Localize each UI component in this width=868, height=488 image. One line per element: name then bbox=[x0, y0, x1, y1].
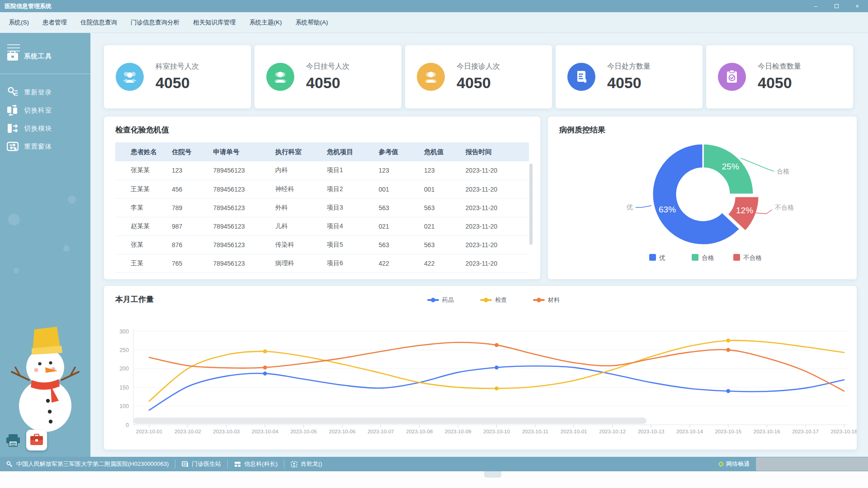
menu-item-1[interactable]: 系统(S) bbox=[2, 12, 36, 33]
menu-item-7[interactable]: 系统帮助(A) bbox=[289, 12, 335, 33]
reset-window-icon bbox=[7, 141, 19, 152]
table-cell: 422 bbox=[421, 254, 463, 272]
x-axis-tick-label: 2023-10-03 bbox=[213, 429, 240, 434]
close-icon[interactable]: × bbox=[853, 0, 862, 12]
maximize-icon[interactable] bbox=[832, 0, 841, 12]
table-cell: 张某 bbox=[115, 235, 169, 254]
toolbox-button[interactable] bbox=[26, 430, 47, 450]
data-point-药品[interactable] bbox=[263, 371, 267, 375]
table-cell: 2023-11-20 bbox=[463, 217, 529, 235]
prescription-icon bbox=[567, 63, 595, 91]
x-axis-tick-label: 2023-10-10 bbox=[483, 429, 510, 434]
bottom-strip bbox=[0, 471, 868, 488]
stat-card-text: 今日接诊人次4050 bbox=[457, 62, 500, 92]
statusbar-item-4[interactable]: 肖乾龙() bbox=[284, 457, 329, 471]
donut-legend-swatch[interactable] bbox=[733, 254, 740, 261]
table-row[interactable]: 张某876789456123传染科项目55635632023-11-20 bbox=[115, 235, 529, 254]
sidebar-item-2[interactable]: 重新登录 bbox=[0, 83, 90, 101]
statusbar-item-label: 门诊医生站 bbox=[192, 460, 221, 468]
bottom-tab-handle[interactable] bbox=[484, 471, 501, 478]
menu-item-4[interactable]: 门诊信息查询分析 bbox=[124, 12, 186, 33]
menu-item-2[interactable]: 患者管理 bbox=[36, 12, 74, 33]
snowman-illustration bbox=[0, 304, 90, 440]
table-cell: 项目1 bbox=[324, 161, 376, 180]
statusbar-item-label: 中国人民解放军第三军医大学第二附属医院(H0230000063) bbox=[16, 460, 169, 468]
switch-department-icon bbox=[7, 105, 19, 116]
table-row[interactable]: 赵某某987789456123儿科项目40210212023-11-20 bbox=[115, 217, 529, 235]
sidebar-item-label: 切换科室 bbox=[24, 106, 52, 115]
data-point-药品[interactable] bbox=[495, 366, 499, 370]
table-row[interactable]: 王某765789456123病理科项目64224222023-11-20 bbox=[115, 254, 529, 272]
x-axis-tick-label: 2023-10-16 bbox=[754, 429, 780, 434]
table-cell: 789456123 bbox=[210, 217, 272, 235]
stat-card-value: 4050 bbox=[457, 74, 500, 92]
crisis-table-header: 危机值 bbox=[421, 142, 463, 161]
crisis-table: 患者姓名住院号申请单号执行科室危机项目参考值危机值报告时间 张某某1237894… bbox=[115, 142, 529, 273]
table-cell: 456 bbox=[169, 180, 211, 198]
monthly-workload-panel: 本月工作量 药品检查材料 30025020015010002023-10-012… bbox=[104, 286, 857, 450]
x-axis-tick-label: 2023-10-18 bbox=[831, 429, 857, 434]
crisis-table-header: 申请单号 bbox=[210, 142, 272, 161]
table-row[interactable]: 张某某123789456123内科项目11231232023-11-20 bbox=[115, 161, 529, 180]
briefcase-icon bbox=[7, 51, 19, 61]
slice-pct-label: 25% bbox=[722, 162, 739, 171]
table-cell: 病理科 bbox=[273, 254, 324, 272]
data-point-材料[interactable] bbox=[495, 343, 499, 347]
crisis-table-header: 参考值 bbox=[376, 142, 421, 161]
statusbar: 中国人民解放军第三军医大学第二附属医院(H0230000063)门诊医生站信息科… bbox=[0, 457, 868, 471]
x-axis-tick-label: 2023-10-05 bbox=[290, 429, 317, 434]
data-point-检查[interactable] bbox=[726, 338, 730, 343]
menu-item-5[interactable]: 相关知识库管理 bbox=[186, 12, 243, 33]
table-cell: 422 bbox=[376, 254, 421, 272]
stat-card-label: 今日挂号人次 bbox=[306, 62, 349, 71]
sidebar-item-3[interactable]: 切换科室 bbox=[0, 101, 90, 119]
table-cell: 987 bbox=[169, 217, 211, 235]
y-axis-tick-label: 200 bbox=[119, 366, 129, 372]
menu-item-6[interactable]: 系统主题(K) bbox=[243, 12, 289, 33]
table-scrollbar[interactable] bbox=[529, 164, 533, 245]
x-axis-tick-label: 2023-10-02 bbox=[175, 429, 201, 434]
stat-card-text: 今日处方数量4050 bbox=[607, 62, 651, 92]
table-cell: 789 bbox=[169, 198, 211, 217]
window-controls: – × bbox=[811, 0, 865, 12]
statusbar-item-1[interactable]: 中国人民解放军第三军医大学第二附属医院(H0230000063) bbox=[0, 457, 175, 471]
stat-card-label: 今日处方数量 bbox=[607, 62, 651, 71]
data-point-检查[interactable] bbox=[263, 349, 267, 353]
data-point-检查[interactable] bbox=[495, 386, 499, 390]
sidebar-item-label: 重新登录 bbox=[24, 88, 52, 97]
menu-item-3[interactable]: 住院信息查询 bbox=[74, 12, 124, 33]
x-axis-tick-label: 2023-10-12 bbox=[599, 429, 626, 434]
table-row[interactable]: 李某789789456123外科项目35635632023-11-20 bbox=[115, 198, 529, 217]
sidebar-item-1[interactable]: 系统工具 bbox=[0, 47, 90, 65]
table-cell: 789456123 bbox=[210, 180, 272, 198]
notification-tray[interactable] bbox=[756, 457, 868, 471]
table-cell: 项目5 bbox=[324, 235, 376, 254]
menubar: 系统(S)患者管理住院信息查询门诊信息查询分析相关知识库管理系统主题(K)系统帮… bbox=[0, 12, 868, 33]
x-axis-tick-label: 2023-10-11 bbox=[522, 429, 548, 434]
statusbar-item-3[interactable]: 信息科(科长) bbox=[228, 457, 284, 471]
slice-pct-label: 12% bbox=[736, 206, 753, 215]
table-cell: 789456123 bbox=[210, 235, 272, 254]
table-cell: 2023-11-20 bbox=[463, 198, 529, 217]
donut-legend-label[interactable]: 不合格 bbox=[743, 254, 762, 261]
table-cell: 项目2 bbox=[324, 180, 376, 198]
minimize-icon[interactable]: – bbox=[811, 0, 820, 12]
printer-icon[interactable] bbox=[5, 433, 21, 448]
sidebar-item-4[interactable]: 切换模块 bbox=[0, 119, 90, 137]
quality-control-panel: 病例质控结果 25%合格12%不合格63%优优合格不合格 bbox=[548, 117, 857, 279]
table-cell: 王某某 bbox=[115, 180, 169, 198]
donut-legend-swatch[interactable] bbox=[692, 254, 698, 261]
table-cell: 2023-11-20 bbox=[463, 235, 529, 254]
donut-legend-label[interactable]: 合格 bbox=[702, 254, 714, 261]
data-point-药品[interactable] bbox=[726, 389, 730, 393]
red-briefcase-icon bbox=[30, 434, 43, 446]
datazoom-slider[interactable] bbox=[133, 418, 646, 424]
table-row[interactable]: 王某某456789456123神经科项目20010012023-11-20 bbox=[115, 180, 529, 198]
y-axis-tick-label: 150 bbox=[119, 385, 129, 391]
statusbar-item-2[interactable]: 门诊医生站 bbox=[175, 457, 227, 471]
donut-legend-label[interactable]: 优 bbox=[659, 254, 665, 261]
data-point-材料[interactable] bbox=[726, 348, 730, 352]
donut-legend-swatch[interactable] bbox=[649, 254, 656, 261]
sidebar-item-5[interactable]: 重置窗体 bbox=[0, 137, 90, 155]
data-point-材料[interactable] bbox=[263, 366, 267, 370]
